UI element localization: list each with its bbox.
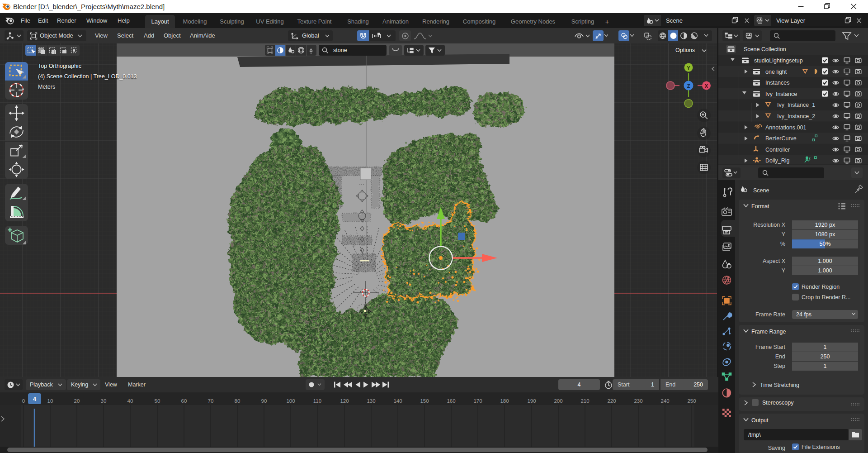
svg-text:130: 130 <box>367 398 375 404</box>
svg-text:Time Stretching: Time Stretching <box>760 382 799 388</box>
svg-text:Scene: Scene <box>753 187 769 194</box>
svg-text:1: 1 <box>824 363 827 369</box>
svg-text:50%: 50% <box>819 241 830 247</box>
svg-text:Z: Z <box>687 83 690 89</box>
svg-text:250: 250 <box>821 353 830 360</box>
svg-text:120: 120 <box>340 398 349 404</box>
svg-text:230: 230 <box>634 398 642 404</box>
svg-text:Ivy_Instance_2: Ivy_Instance_2 <box>777 113 815 119</box>
svg-text:24 fps: 24 fps <box>796 311 811 318</box>
svg-text:Dolly_Rig: Dolly_Rig <box>765 157 790 164</box>
svg-text:Format: Format <box>751 203 769 210</box>
svg-text:Y: Y <box>687 65 690 71</box>
svg-text:180: 180 <box>500 398 509 404</box>
svg-text:one light: one light <box>765 69 787 75</box>
svg-text:Ivy_Instance: Ivy_Instance <box>765 91 797 97</box>
svg-text:%: % <box>780 241 785 247</box>
svg-text:Render Region: Render Region <box>802 284 840 290</box>
svg-text:110: 110 <box>313 398 321 404</box>
svg-text:Y: Y <box>782 231 786 238</box>
svg-text:140: 140 <box>393 398 402 404</box>
svg-text:/tmp\: /tmp\ <box>748 432 761 438</box>
svg-text:Frame Rate: Frame Rate <box>755 311 785 318</box>
svg-text:90: 90 <box>261 398 267 404</box>
svg-text:240: 240 <box>660 398 669 404</box>
svg-text:10: 10 <box>47 398 53 404</box>
svg-text:Output: Output <box>751 417 769 424</box>
svg-text:150: 150 <box>420 398 429 404</box>
svg-text:80: 80 <box>235 398 241 404</box>
svg-text:50: 50 <box>155 398 160 404</box>
svg-text:220: 220 <box>607 398 616 404</box>
svg-text:0: 0 <box>22 398 25 404</box>
svg-text:1080 px: 1080 px <box>815 231 835 238</box>
svg-text:200: 200 <box>554 398 562 404</box>
svg-text:Instances: Instances <box>765 80 790 86</box>
svg-text:Crop to Render R...: Crop to Render R... <box>802 294 850 300</box>
svg-text:Saving: Saving <box>768 445 785 451</box>
svg-text:70: 70 <box>208 398 214 404</box>
svg-text:Frame Range: Frame Range <box>751 329 786 335</box>
svg-text:100: 100 <box>286 398 295 404</box>
svg-text:End: End <box>775 353 785 360</box>
svg-text:BezierCurve: BezierCurve <box>765 135 797 142</box>
svg-text:1.000: 1.000 <box>818 267 832 274</box>
svg-text:1: 1 <box>824 344 827 350</box>
svg-text:170: 170 <box>473 398 482 404</box>
svg-text:Y: Y <box>782 267 786 274</box>
svg-text:File Extensions: File Extensions <box>802 444 840 450</box>
svg-text:4: 4 <box>33 396 36 402</box>
svg-text:60: 60 <box>181 398 187 404</box>
svg-text:20: 20 <box>74 398 80 404</box>
svg-text:studioLightingsetup: studioLightingsetup <box>754 57 803 64</box>
svg-text:1920 px: 1920 px <box>815 222 835 228</box>
svg-text:190: 190 <box>527 398 536 404</box>
svg-text:250: 250 <box>687 398 696 404</box>
svg-text:Ivy_Instance_1: Ivy_Instance_1 <box>777 102 815 108</box>
svg-text:Scene Collection: Scene Collection <box>744 46 786 52</box>
svg-text:Frame Start: Frame Start <box>755 344 786 350</box>
svg-text:Controller: Controller <box>765 147 790 153</box>
svg-text:Aspect X: Aspect X <box>763 258 786 264</box>
svg-text:Stereoscopy: Stereoscopy <box>762 400 794 406</box>
svg-text:160: 160 <box>447 398 455 404</box>
svg-text:Step: Step <box>774 363 785 369</box>
svg-text:Resolution X: Resolution X <box>753 222 786 228</box>
svg-text:X: X <box>705 83 708 89</box>
svg-text:40: 40 <box>127 398 133 404</box>
svg-text:1.000: 1.000 <box>818 258 832 264</box>
svg-text:210: 210 <box>580 398 589 404</box>
svg-text:30: 30 <box>101 398 107 404</box>
svg-text:Annotations.001: Annotations.001 <box>765 124 806 131</box>
